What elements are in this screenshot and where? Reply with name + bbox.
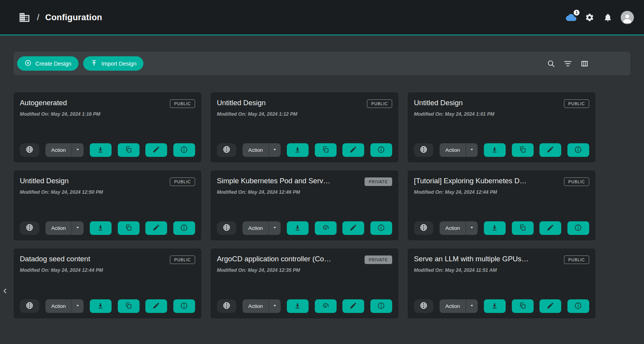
visibility-globe-button[interactable]	[414, 143, 433, 157]
globe-icon	[222, 223, 231, 233]
action-dropdown-button[interactable]	[269, 221, 281, 235]
download-button[interactable]	[287, 299, 309, 313]
info-button[interactable]	[567, 143, 589, 157]
create-design-button[interactable]: Create Design	[17, 56, 79, 71]
download-button[interactable]	[484, 299, 506, 313]
info-icon	[180, 224, 188, 233]
visibility-globe-button[interactable]	[217, 143, 236, 157]
clone-button[interactable]	[512, 143, 534, 157]
info-button[interactable]	[173, 221, 195, 235]
action-dropdown-button[interactable]	[466, 299, 478, 313]
action-button[interactable]: Action	[243, 299, 269, 313]
edit-button[interactable]	[342, 221, 364, 235]
pencil-icon	[349, 146, 357, 155]
create-design-label: Create Design	[35, 61, 72, 67]
download-icon	[293, 224, 302, 233]
info-button[interactable]	[370, 221, 392, 235]
visibility-globe-button[interactable]	[217, 299, 236, 313]
pencil-icon	[349, 224, 357, 233]
edit-button[interactable]	[145, 221, 167, 235]
edit-button[interactable]	[342, 299, 364, 313]
info-button[interactable]	[567, 221, 589, 235]
clone-icon	[322, 146, 330, 155]
chevron-down-icon	[272, 302, 278, 310]
visibility-badge: PUBLIC	[367, 99, 392, 108]
globe-icon	[25, 301, 34, 311]
cloud-icon[interactable]: 1	[566, 12, 576, 23]
edit-button[interactable]	[145, 143, 167, 157]
info-button[interactable]	[173, 299, 195, 313]
info-icon	[377, 224, 385, 233]
clone-button[interactable]	[118, 221, 140, 235]
action-dropdown-button[interactable]	[72, 143, 84, 157]
clone-button[interactable]	[118, 143, 140, 157]
chevron-down-icon	[75, 302, 81, 310]
action-button[interactable]: Action	[440, 221, 466, 235]
info-icon	[377, 302, 385, 311]
design-title: [Tutorial] Exploring Kubernetes D…	[414, 177, 527, 185]
design-title: Datadog seed content	[20, 255, 90, 263]
info-button[interactable]	[173, 143, 195, 157]
info-button[interactable]	[567, 299, 589, 313]
snapshot-button[interactable]	[315, 221, 337, 235]
action-button[interactable]: Action	[45, 299, 72, 313]
download-icon	[490, 146, 499, 155]
clone-button[interactable]	[512, 299, 534, 313]
action-button[interactable]: Action	[45, 221, 72, 235]
download-icon	[490, 224, 499, 233]
action-button[interactable]: Action	[243, 143, 269, 157]
info-button[interactable]	[370, 299, 392, 313]
action-dropdown-button[interactable]	[269, 143, 281, 157]
edit-button[interactable]	[145, 299, 167, 313]
action-dropdown-button[interactable]	[72, 221, 84, 235]
download-button[interactable]	[484, 143, 506, 157]
action-button[interactable]: Action	[243, 221, 269, 235]
info-button[interactable]	[370, 143, 392, 157]
user-avatar[interactable]	[621, 11, 634, 24]
design-card: Serve an LLM with multiple GPUs… PUBLIC …	[408, 248, 595, 318]
search-icon[interactable]	[546, 59, 556, 68]
gear-icon[interactable]	[584, 12, 595, 23]
edit-button[interactable]	[342, 143, 364, 157]
action-dropdown-button[interactable]	[269, 299, 281, 313]
visibility-globe-button[interactable]	[414, 221, 433, 235]
visibility-globe-button[interactable]	[217, 221, 236, 235]
filter-icon[interactable]	[563, 59, 572, 68]
edit-button[interactable]	[539, 221, 561, 235]
visibility-globe-button[interactable]	[20, 299, 39, 313]
action-button[interactable]: Action	[440, 299, 466, 313]
collapse-chevron-icon[interactable]	[1, 285, 9, 297]
clone-button[interactable]	[118, 299, 140, 313]
action-button[interactable]: Action	[440, 143, 466, 157]
download-button[interactable]	[90, 221, 112, 235]
clone-button[interactable]	[315, 143, 337, 157]
card-action-row: Action	[217, 299, 392, 313]
building-icon[interactable]	[19, 11, 31, 24]
snapshot-button[interactable]	[315, 299, 337, 313]
action-dropdown-button[interactable]	[466, 143, 478, 157]
visibility-globe-button[interactable]	[20, 143, 39, 157]
column-view-icon[interactable]	[580, 59, 589, 68]
action-dropdown-button[interactable]	[466, 221, 478, 235]
modified-date: Modified On: May 24, 2024 12:50 PM	[20, 189, 195, 195]
import-design-button[interactable]: Import Design	[83, 56, 143, 71]
download-button[interactable]	[287, 143, 309, 157]
action-dropdown-button[interactable]	[72, 299, 84, 313]
download-button[interactable]	[90, 299, 112, 313]
visibility-globe-button[interactable]	[414, 299, 433, 313]
download-icon	[96, 224, 105, 233]
edit-button[interactable]	[539, 299, 561, 313]
spiral-icon	[321, 223, 330, 233]
visibility-globe-button[interactable]	[20, 221, 39, 235]
download-button[interactable]	[287, 221, 309, 235]
bell-icon[interactable]	[602, 12, 613, 23]
action-button[interactable]: Action	[45, 143, 72, 157]
clone-icon	[125, 224, 133, 233]
design-title: ArgoCD application controller (Co…	[217, 255, 331, 263]
download-button[interactable]	[90, 143, 112, 157]
download-icon	[293, 146, 302, 155]
edit-button[interactable]	[539, 143, 561, 157]
download-button[interactable]	[484, 221, 506, 235]
clone-button[interactable]	[512, 221, 534, 235]
clone-icon	[125, 302, 133, 311]
